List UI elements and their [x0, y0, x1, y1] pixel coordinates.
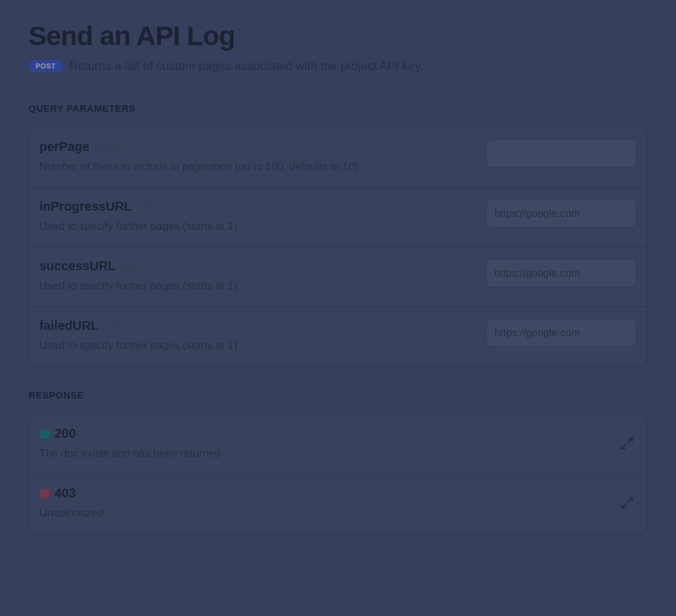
param-name: successURL — [39, 259, 116, 273]
param-type: URL — [121, 261, 141, 273]
response-box: 200 The doc exists and has been returned… — [29, 414, 647, 534]
param-input-perpage[interactable] — [486, 140, 637, 168]
param-desc: Used to specify further pages (starts at… — [39, 339, 474, 352]
status-code: 200 — [55, 426, 76, 441]
param-row-successurl: successURL URL Used to specify further p… — [29, 247, 647, 307]
query-parameters-heading: QUERY PARAMETERS — [29, 103, 647, 114]
param-desc: Number of items to include in pagination… — [39, 161, 474, 173]
method-badge: POST — [29, 60, 63, 72]
param-name: perPage — [39, 140, 89, 154]
page-title: Send an API Log — [29, 20, 647, 51]
status-code: 403 — [55, 486, 76, 501]
response-row-403[interactable]: 403 Unauthorized — [29, 475, 647, 534]
status-dot-success-icon — [39, 429, 50, 439]
param-type: URL — [103, 321, 124, 332]
response-row-200[interactable]: 200 The doc exists and has been returned — [29, 415, 647, 475]
param-desc: Used to specify further pages (starts at… — [39, 220, 474, 233]
param-name: failedURL — [39, 318, 98, 333]
subtitle-text: Returns a list of custom pages associate… — [69, 59, 423, 73]
status-desc: The doc exists and has been returned — [39, 447, 620, 460]
param-desc: Used to specify further pages (starts at… — [39, 280, 474, 292]
query-parameters-box: perPage integer Number of items to inclu… — [29, 128, 647, 367]
subtitle-row: POST Returns a list of custom pages asso… — [29, 59, 647, 85]
param-type: integer — [95, 142, 126, 154]
expand-icon[interactable] — [620, 496, 634, 510]
response-heading: RESPONSE — [29, 390, 647, 400]
expand-icon[interactable] — [620, 436, 634, 450]
param-type: URL — [137, 202, 157, 213]
param-input-inprogressurl[interactable] — [486, 199, 637, 228]
status-dot-error-icon — [39, 488, 50, 499]
param-input-failedurl[interactable] — [486, 318, 637, 347]
param-row-perpage: perPage integer Number of items to inclu… — [29, 128, 647, 188]
param-row-failedurl: failedURL URL Used to specify further pa… — [29, 307, 647, 366]
status-desc: Unauthorized — [39, 507, 620, 520]
param-row-inprogressurl: inProgressURL URL Used to specify furthe… — [29, 188, 647, 247]
param-name: inProgressURL — [39, 199, 132, 214]
param-input-successurl[interactable] — [486, 259, 637, 287]
